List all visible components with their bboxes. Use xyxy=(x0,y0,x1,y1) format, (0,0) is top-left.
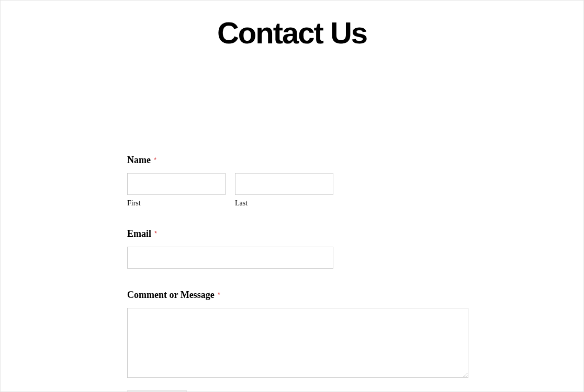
email-field: Email * xyxy=(127,228,468,269)
required-mark-icon: * xyxy=(154,156,156,164)
first-name-col: First xyxy=(127,173,226,207)
name-field: Name * First Last xyxy=(127,155,468,207)
name-label: Name xyxy=(127,155,151,165)
email-label: Email xyxy=(127,228,151,239)
email-input[interactable] xyxy=(127,247,333,269)
last-name-sublabel: Last xyxy=(235,199,333,207)
page-title: Contact Us xyxy=(1,15,583,50)
message-input[interactable] xyxy=(127,308,468,378)
message-field: Comment or Message * xyxy=(127,290,468,378)
required-mark-icon: * xyxy=(218,291,220,298)
first-name-sublabel: First xyxy=(127,199,226,207)
first-name-input[interactable] xyxy=(127,173,226,195)
last-name-col: Last xyxy=(235,173,333,207)
contact-form: Name * First Last Email * Comment or Mes… xyxy=(127,155,468,392)
message-label: Comment or Message xyxy=(127,290,215,300)
name-row: First Last xyxy=(127,173,468,207)
required-mark-icon: * xyxy=(154,229,157,237)
last-name-input[interactable] xyxy=(235,173,333,195)
